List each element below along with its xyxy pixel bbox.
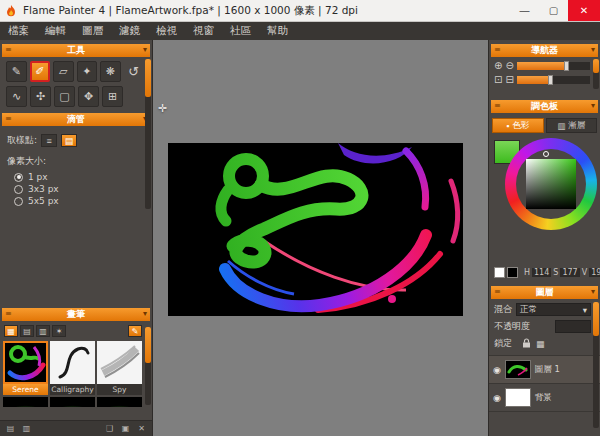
menu-item-help[interactable]: 幫助 <box>259 22 296 40</box>
layer-row-background[interactable]: ◉ 背景 <box>489 384 600 412</box>
sample-single-layer-button[interactable]: ≡ <box>41 134 57 147</box>
menu-item-filter[interactable]: 濾鏡 <box>111 22 148 40</box>
canvas-workspace[interactable]: ✛ <box>153 40 488 436</box>
pixel-size-3x3-option[interactable]: 3x3 px <box>0 182 152 194</box>
brush-item-calligraphy[interactable]: Calligraphy <box>50 341 95 395</box>
airbrush-tool-button[interactable]: ❋ <box>100 61 121 82</box>
panel-menu-icon[interactable]: ≡ <box>494 45 501 54</box>
transparency-lock-icon[interactable]: ▦ <box>536 339 545 349</box>
brush-favorites-button[interactable]: ✶ <box>52 325 66 337</box>
brushes-scrollbar-thumb[interactable] <box>145 327 151 363</box>
panel-menu-icon[interactable]: ≡ <box>5 114 12 123</box>
blend-label: 混合 <box>494 303 512 316</box>
s-value[interactable]: 177 <box>560 268 579 277</box>
transform-tool-button[interactable]: ✥ <box>78 86 99 107</box>
panel-collapse-icon[interactable]: ▾ <box>591 45 595 54</box>
panel-menu-icon[interactable]: ≡ <box>5 45 12 54</box>
zoom-out-button[interactable]: ⊖ <box>505 61 513 71</box>
white-swatch[interactable] <box>494 267 505 278</box>
layers-scrollbar-thumb[interactable] <box>593 302 599 336</box>
panel-menu-icon[interactable]: ≡ <box>494 101 501 110</box>
v-value[interactable]: 197 <box>589 268 600 277</box>
menu-item-window[interactable]: 視窗 <box>185 22 222 40</box>
navigator-scrollbar-thumb[interactable] <box>593 59 599 73</box>
fill-tool-button[interactable]: ✦ <box>77 61 98 82</box>
select-tool-button[interactable]: ▢ <box>54 86 75 107</box>
menu-item-file[interactable]: 檔案 <box>0 22 37 40</box>
flame-app-icon <box>4 4 18 18</box>
brush-item-partial[interactable] <box>97 397 142 407</box>
pen-tool-button[interactable]: ✐ <box>30 61 51 82</box>
color-marker[interactable] <box>543 151 549 157</box>
menu-item-community[interactable]: 社區 <box>222 22 259 40</box>
eraser-tool-button[interactable]: ▱ <box>53 61 74 82</box>
blend-mode-value: 正常 <box>520 304 537 316</box>
menu-item-edit[interactable]: 編輯 <box>37 22 74 40</box>
black-swatch[interactable] <box>507 267 518 278</box>
radio-unselected[interactable] <box>14 197 23 206</box>
navigator-scrollbar[interactable] <box>593 59 599 89</box>
menu-item-view[interactable]: 檢視 <box>148 22 185 40</box>
pen-icon: ✐ <box>35 65 44 78</box>
canvas-document[interactable] <box>168 143 463 316</box>
secondary-slider-knob[interactable] <box>548 75 553 85</box>
tools-scrollbar[interactable] <box>145 59 151 209</box>
view-grid-button[interactable]: ▥ <box>20 423 33 435</box>
brush-list-view-button[interactable]: ▤ <box>20 325 34 337</box>
layers-scrollbar[interactable] <box>593 302 599 428</box>
minimize-button[interactable]: — <box>510 0 539 21</box>
maximize-button[interactable]: ▢ <box>539 0 568 21</box>
sample-merged-button[interactable]: ▤ <box>61 134 77 147</box>
brush-item-partial[interactable] <box>3 397 48 407</box>
brush-tool-button[interactable]: ✎ <box>6 61 27 82</box>
brushes-panel-header: ≡ 畫筆 ▾ <box>2 308 150 321</box>
zoom-in-button[interactable]: ⊕ <box>494 61 502 71</box>
layer-thumbnail <box>505 388 531 407</box>
panel-menu-icon[interactable]: ≡ <box>5 309 12 318</box>
crop-tool-button[interactable]: ⊞ <box>102 86 123 107</box>
close-button[interactable]: ✕ <box>568 0 600 21</box>
secondary-slider[interactable] <box>517 76 590 84</box>
layer-row-1[interactable]: ◉ 圖層 1 <box>489 356 600 384</box>
tab-gradient[interactable]: ▥ 漸層 <box>546 118 598 133</box>
panel-collapse-icon[interactable]: ▾ <box>591 101 595 110</box>
curve-tool-button[interactable]: ∿ <box>6 86 27 107</box>
brush-folder-button[interactable]: ▣ <box>119 423 132 435</box>
lock-icon[interactable] <box>522 338 531 350</box>
delete-brush-button[interactable]: ✕ <box>135 423 148 435</box>
saturation-value-square[interactable] <box>526 159 576 209</box>
reset-button[interactable]: ↺ <box>124 61 144 82</box>
radio-unselected[interactable] <box>14 185 23 194</box>
pixel-size-1px-option[interactable]: 1 px <box>0 170 152 182</box>
brush-item-partial[interactable] <box>50 397 95 407</box>
pixel-size-5x5-option[interactable]: 5x5 px <box>0 194 152 206</box>
brush-item-serene[interactable]: Serene <box>3 341 48 395</box>
new-brush-button[interactable]: ❑ <box>103 423 116 435</box>
scatter-tool-button[interactable]: ✣ <box>30 86 51 107</box>
zoom-slider[interactable] <box>517 62 590 70</box>
brush-edit-button[interactable]: ✎ <box>128 325 142 337</box>
h-value[interactable]: 114 <box>532 268 551 277</box>
brushes-scrollbar[interactable] <box>145 327 151 405</box>
view-list-button[interactable]: ▤ <box>4 423 17 435</box>
opacity-input[interactable] <box>555 320 591 333</box>
hue-wheel[interactable] <box>505 138 597 230</box>
zoom-fit-button[interactable]: ⊟ <box>505 75 513 85</box>
menu-item-layer[interactable]: 圖層 <box>74 22 111 40</box>
panel-collapse-icon[interactable]: ▾ <box>591 287 595 296</box>
brush-large-view-button[interactable]: ▥ <box>36 325 50 337</box>
brush-item-spy[interactable]: Spy <box>97 341 142 395</box>
brush-grid-view-button[interactable]: ▦ <box>4 325 18 337</box>
blend-mode-dropdown[interactable]: 正常 ▾ <box>516 303 591 316</box>
panel-collapse-icon[interactable]: ▾ <box>143 309 147 318</box>
select-icon: ▢ <box>59 90 69 103</box>
panel-menu-icon[interactable]: ≡ <box>494 287 501 296</box>
radio-selected[interactable] <box>14 173 23 182</box>
visibility-eye-icon[interactable]: ◉ <box>493 393 501 403</box>
tab-color[interactable]: ▪ 色彩 <box>492 118 544 133</box>
panel-collapse-icon[interactable]: ▾ <box>143 45 147 54</box>
zoom-slider-knob[interactable] <box>564 61 569 71</box>
tools-scrollbar-thumb[interactable] <box>145 59 151 97</box>
visibility-eye-icon[interactable]: ◉ <box>493 365 501 375</box>
zoom-actual-button[interactable]: ⊡ <box>494 75 502 85</box>
